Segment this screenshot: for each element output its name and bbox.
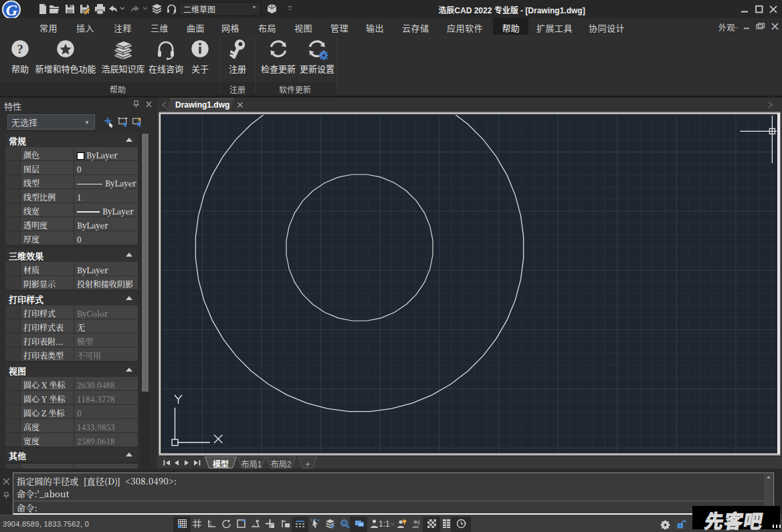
svg-text:G: G	[6, 1, 18, 19]
svg-text:?: ?	[17, 42, 23, 56]
svg-text:Q: Q	[343, 519, 347, 526]
